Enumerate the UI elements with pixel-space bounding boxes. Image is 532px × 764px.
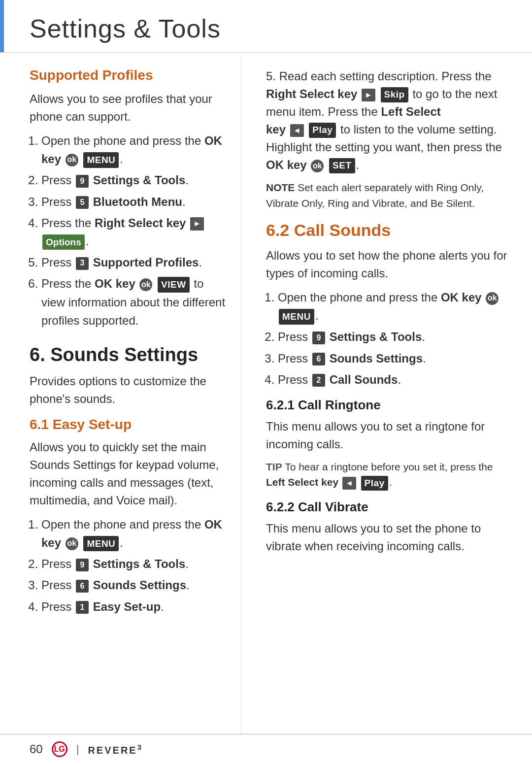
easy-setup-intro: Allows you to quickly set the main Sound… xyxy=(30,438,226,509)
right-arrow-icon-2: ► xyxy=(362,89,375,101)
supported-profiles-heading: Supported Profiles xyxy=(30,67,226,83)
content-area: Supported Profiles Allows you to see pro… xyxy=(0,58,532,734)
step-1: Open the phone and press the OK key ok M… xyxy=(41,132,226,168)
right-select-key-label: Right Select key xyxy=(95,216,186,230)
easy-step-4: Press 1 Easy Set-up. xyxy=(41,598,226,616)
cs-step-1: Open the phone and press the OK key ok M… xyxy=(278,288,507,325)
left-arrow-tip: ◄ xyxy=(342,477,356,490)
num-6-icon: 6 xyxy=(76,580,89,593)
num-6-cs: 6 xyxy=(312,353,325,365)
lg-circle-icon: LG xyxy=(52,741,67,757)
set-badge: SET xyxy=(329,158,355,173)
call-sounds-cs: Call Sounds xyxy=(330,373,398,386)
call-ringtone-intro: This menu allows you to set a ringtone f… xyxy=(266,418,507,453)
page-footer: 60 LG | REVERE3 xyxy=(0,734,532,764)
easy-setup-steps: Open the phone and press the OK key ok M… xyxy=(41,515,226,616)
num-1-icon: 1 xyxy=(76,601,89,614)
page-container: Settings & Tools Supported Profiles Allo… xyxy=(0,0,532,764)
sounds-settings-heading: 6. Sounds Settings xyxy=(30,344,226,365)
separator: | xyxy=(76,743,79,756)
sounds-settings-label: Sounds Settings xyxy=(93,578,186,592)
step-2: Press 9 Settings & Tools. xyxy=(41,171,226,189)
call-vibrate-heading: 6.2.2 Call Vibrate xyxy=(266,499,507,515)
easy-step-3: Press 6 Sounds Settings. xyxy=(41,576,226,594)
step-5: Press 3 Supported Profiles. xyxy=(41,253,226,271)
ok-icon-cs1: ok xyxy=(486,292,499,305)
cs-step-4: Press 2 Call Sounds. xyxy=(278,370,507,389)
play-badge-tip: Play xyxy=(361,476,388,491)
ok-key-label-2: OK key xyxy=(95,277,135,290)
supported-profiles-intro: Allows you to see profiles that your pho… xyxy=(30,90,226,126)
page-number: 60 xyxy=(30,742,43,756)
ok-key-cs1: OK key xyxy=(441,291,482,304)
options-badge: Options xyxy=(42,234,85,250)
easy-setup-label: Easy Set-up xyxy=(93,600,161,613)
right-column: 5. Read each setting description. Press … xyxy=(241,58,532,734)
tip-block: TIP To hear a ringtone before you set it… xyxy=(266,459,507,491)
right-arrow-icon: ► xyxy=(190,217,204,231)
key-label: key xyxy=(266,123,286,136)
settings-tools-cs: Settings & Tools xyxy=(330,330,422,343)
menu-badge-2: MENU xyxy=(83,536,119,551)
page-title: Settings & Tools xyxy=(30,14,502,43)
left-select-key-label: Left Select xyxy=(381,105,440,118)
step-3: Press 5 Bluetooth Menu. xyxy=(41,193,226,211)
left-column: Supported Profiles Allows you to see pro… xyxy=(0,58,241,734)
ok-icon-3: ok xyxy=(66,537,78,550)
tip-text: To hear a ringtone before you set it, pr… xyxy=(266,461,493,488)
step5-continued: 5. Read each setting description. Press … xyxy=(266,67,507,174)
skip-badge: Skip xyxy=(381,87,408,102)
call-sounds-intro: Allows you to set how the phone alerts y… xyxy=(266,247,507,282)
settings-tools-label-2: Settings & Tools xyxy=(93,557,186,570)
settings-tools-label: Settings & Tools xyxy=(93,173,186,187)
num-9-icon-2: 9 xyxy=(76,559,89,571)
right-select-key-label-2: Right Select key xyxy=(266,87,357,100)
tip-label: TIP xyxy=(266,461,282,472)
note-label: NOTE xyxy=(266,182,295,193)
revere-brand: REVERE3 xyxy=(88,743,143,756)
menu-badge: MENU xyxy=(83,152,119,167)
step-4: Press the Right Select key ► Options. xyxy=(41,214,226,250)
cs-step-3: Press 6 Sounds Settings. xyxy=(278,349,507,367)
lg-logo: LG xyxy=(52,741,67,757)
bluetooth-menu-label: Bluetooth Menu xyxy=(93,195,182,208)
easy-setup-heading: 6.1 Easy Set-up xyxy=(30,417,226,432)
play-badge: Play xyxy=(309,123,336,138)
title-section: Settings & Tools xyxy=(0,0,532,53)
step-6: Press the OK key ok VIEW to view informa… xyxy=(41,274,226,330)
num-9-icon: 9 xyxy=(76,175,89,188)
call-sounds-steps: Open the phone and press the OK key ok M… xyxy=(278,288,507,389)
easy-step-1: Open the phone and press the OK key ok M… xyxy=(41,515,226,552)
sounds-settings-intro: Provides options to customize the phone'… xyxy=(30,372,226,408)
ok-key-label-4: OK key xyxy=(266,158,307,171)
left-select-tip: Left Select key xyxy=(266,476,338,488)
view-badge: VIEW xyxy=(158,277,190,292)
num-3-icon: 3 xyxy=(76,257,89,270)
ok-icon-4: ok xyxy=(311,160,324,172)
num-2-cs: 2 xyxy=(312,374,325,387)
num-9-cs: 9 xyxy=(312,332,325,344)
note-text: Set each alert separately with Ring Only… xyxy=(266,182,484,209)
supported-profiles-steps: Open the phone and press the OK key ok M… xyxy=(41,132,226,330)
call-ringtone-heading: 6.2.1 Call Ringtone xyxy=(266,398,507,413)
easy-step-2: Press 9 Settings & Tools. xyxy=(41,555,226,573)
call-sounds-heading: 6.2 Call Sounds xyxy=(266,221,507,240)
note-block: NOTE Set each alert separately with Ring… xyxy=(266,180,507,211)
supported-profiles-label: Supported Profiles xyxy=(93,256,199,269)
call-vibrate-intro: This menu allows you to set the phone to… xyxy=(266,520,507,555)
menu-badge-cs1: MENU xyxy=(279,309,314,324)
left-arrow-icon: ◄ xyxy=(290,124,304,137)
cs-step-2: Press 9 Settings & Tools. xyxy=(278,328,507,346)
ok-icon: ok xyxy=(66,154,78,166)
num-5-icon: 5 xyxy=(76,196,89,209)
sounds-settings-cs: Sounds Settings xyxy=(330,352,423,365)
ok-icon-2: ok xyxy=(139,278,152,291)
